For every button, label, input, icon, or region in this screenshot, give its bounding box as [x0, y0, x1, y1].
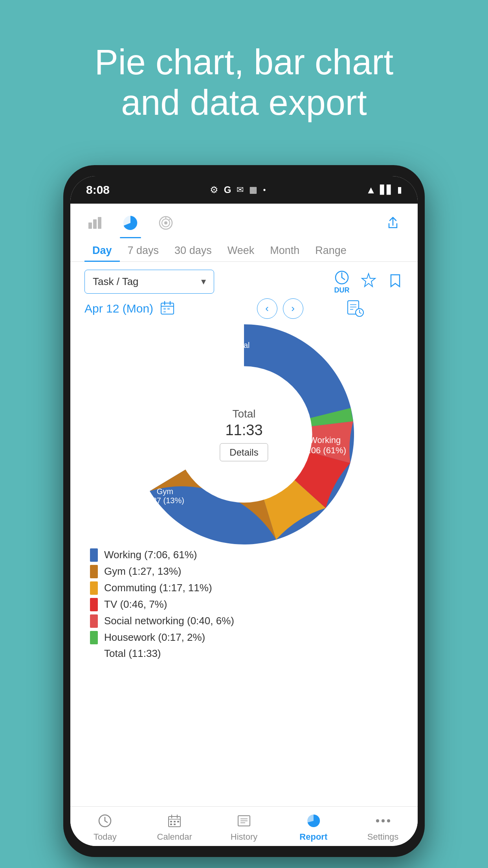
svg-rect-36: [177, 821, 179, 822]
tab-week[interactable]: Week: [220, 241, 262, 261]
legend-label-tv: TV (0:46, 7%): [104, 598, 167, 611]
svg-line-29: [105, 821, 107, 822]
svg-rect-0: [88, 223, 92, 229]
dot-icon: •: [263, 186, 266, 195]
legend-label-commuting: Commuting (1:17, 11%): [104, 582, 212, 594]
social-label: Social: [228, 341, 250, 350]
share-button[interactable]: [382, 212, 404, 234]
svg-point-6: [164, 221, 167, 224]
legend-item-social: Social networking (0:40, 6%): [90, 614, 398, 628]
gmail-icon: ✉: [237, 185, 244, 195]
toolbar: [70, 204, 418, 234]
signal-icon: ▋▋: [380, 185, 393, 195]
status-icons-left: ⚙ G ✉ ▦ •: [210, 184, 266, 195]
date-nav-right: ‹ ›: [257, 298, 303, 319]
tab-range[interactable]: Range: [307, 241, 354, 261]
tv-label: TV 0:46: [193, 360, 208, 378]
header-title: Pie chart, bar chart and data export: [63, 42, 425, 123]
legend-item-commuting: Commuting (1:17, 11%): [90, 581, 398, 595]
nav-history-label: History: [231, 832, 257, 842]
calendar-icon[interactable]: [160, 300, 175, 317]
more-icon: [373, 812, 393, 829]
svg-rect-37: [170, 824, 172, 825]
wifi-icon: ▲: [366, 184, 376, 196]
nav-history[interactable]: History: [209, 812, 279, 842]
calendar-nav-icon: [164, 812, 185, 829]
battery-icon: ▮: [397, 185, 402, 195]
tab-30days[interactable]: 30 days: [167, 241, 220, 261]
svg-rect-35: [174, 821, 176, 822]
svg-rect-1: [93, 219, 97, 229]
legend-item-gym: Gym (1:27, 13%): [90, 565, 398, 578]
filter-actions: DUR: [334, 269, 404, 294]
working-label: Working 7:06 (61%): [304, 435, 346, 456]
commut-label: Commut 1:17: [154, 407, 183, 425]
details-button[interactable]: Details: [220, 443, 268, 461]
toolbar-left: [84, 212, 176, 234]
dropdown-arrow-icon: ▾: [201, 276, 206, 287]
svg-rect-2: [98, 217, 101, 229]
tab-7days[interactable]: 7 days: [120, 241, 167, 261]
svg-rect-34: [170, 821, 172, 822]
tab-month[interactable]: Month: [262, 241, 307, 261]
svg-rect-38: [174, 824, 176, 825]
bar-chart-icon[interactable]: [84, 212, 106, 234]
google-icon: G: [224, 184, 231, 195]
svg-line-11: [342, 278, 345, 280]
date-text: Apr 12 (Mon): [84, 302, 153, 315]
filter-row: Task / Tag ▾ DUR: [70, 262, 418, 298]
svg-rect-18: [163, 311, 166, 313]
pie-chart-icon[interactable]: [120, 212, 141, 234]
nav-report-label: Report: [299, 832, 327, 842]
gym-label: Gym 1:27 (13%): [146, 487, 184, 505]
phone-screen: 8:08 ⚙ G ✉ ▦ • ▲ ▋▋ ▮: [70, 176, 418, 846]
dur-label: DUR: [334, 286, 350, 294]
legend-label-social: Social networking (0:40, 6%): [104, 615, 234, 627]
status-right-icons: ▲ ▋▋ ▮: [366, 184, 402, 196]
legend-total: Total (11:33): [90, 647, 398, 660]
svg-rect-16: [163, 308, 166, 310]
list-icon: [234, 812, 254, 829]
status-bar: 8:08 ⚙ G ✉ ▦ • ▲ ▋▋ ▮: [70, 176, 418, 204]
nav-settings[interactable]: Settings: [348, 812, 418, 842]
tab-day[interactable]: Day: [84, 241, 120, 262]
legend-label-working: Working (7:06, 61%): [104, 549, 197, 561]
legend-item-working: Working (7:06, 61%): [90, 548, 398, 562]
report-pie-icon: [303, 812, 324, 829]
app-content: Day 7 days 30 days Week Month Range Task…: [70, 204, 418, 846]
phone-frame: 8:08 ⚙ G ✉ ▦ • ▲ ▋▋ ▮: [63, 165, 425, 857]
total-value: 11:33: [220, 421, 268, 438]
clock-icon: [95, 812, 115, 829]
nav-calendar[interactable]: Calendar: [140, 812, 209, 842]
target-icon[interactable]: [155, 212, 176, 234]
legend-item-housework: Housework (0:17, 2%): [90, 631, 398, 644]
total-label: Total: [220, 407, 268, 420]
filter-dropdown[interactable]: Task / Tag ▾: [84, 270, 214, 294]
legend-label-gym: Gym (1:27, 13%): [104, 565, 182, 577]
status-time: 8:08: [86, 183, 110, 197]
pie-container: Total 11:33 Details Working 7:06 (61%) G…: [134, 324, 354, 544]
legend: Working (7:06, 61%) Gym (1:27, 13%) Comm…: [70, 544, 418, 664]
filter-text: Task / Tag: [93, 276, 196, 288]
nav-settings-label: Settings: [367, 832, 399, 842]
nav-calendar-label: Calendar: [157, 832, 192, 842]
legend-item-tv: TV (0:46, 7%): [90, 598, 398, 611]
date-display: Apr 12 (Mon): [84, 300, 175, 317]
date-row: Apr 12 (Mon) ‹: [70, 298, 418, 324]
nav-today[interactable]: Today: [70, 812, 140, 842]
nav-prev-button[interactable]: ‹: [257, 298, 277, 319]
star-button[interactable]: [360, 272, 378, 291]
photo-icon: ▦: [249, 185, 257, 195]
report-schedule-button[interactable]: [345, 298, 364, 319]
nav-report[interactable]: Report: [279, 812, 348, 842]
svg-line-8: [169, 219, 170, 221]
pie-center: Total 11:33 Details: [220, 407, 268, 461]
nav-next-button[interactable]: ›: [283, 298, 303, 319]
settings-icon: ⚙: [210, 184, 218, 195]
chart-area: Total 11:33 Details Working 7:06 (61%) G…: [70, 324, 418, 664]
svg-rect-17: [167, 308, 170, 310]
bookmark-button[interactable]: [387, 272, 404, 291]
duration-button[interactable]: DUR: [334, 269, 350, 294]
legend-label-housework: Housework (0:17, 2%): [104, 631, 205, 644]
header-area: Pie chart, bar chart and data export: [0, 0, 488, 165]
